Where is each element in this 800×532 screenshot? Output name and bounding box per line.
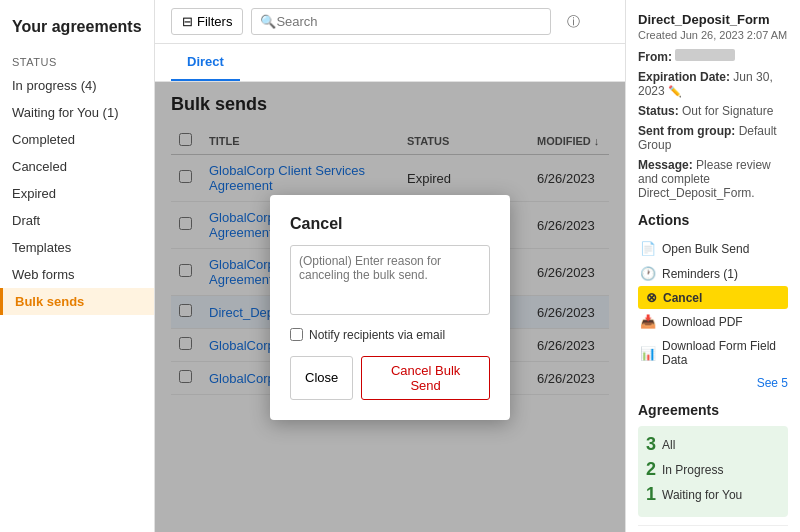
download-form-field-data-label: Download Form Field Data [662, 339, 786, 367]
action-reminders[interactable]: 🕐Reminders (1) [638, 261, 788, 286]
status-value: Out for Signature [682, 104, 773, 118]
sidebar-item-templates[interactable]: Templates [0, 234, 154, 261]
panel-expiration: Expiration Date: Jun 30, 2023 ✏️ [638, 70, 788, 98]
download-pdf-label: Download PDF [662, 315, 743, 329]
action-cancel[interactable]: ⊗Cancel [638, 286, 788, 309]
right-panel: Direct_Deposit_Form Created Jun 26, 2023… [625, 0, 800, 532]
notify-row: Notify recipients via email [290, 328, 490, 342]
see-more[interactable]: See 5 [638, 376, 788, 390]
sidebar-item-expired[interactable]: Expired [0, 180, 154, 207]
info-icon[interactable]: ⓘ [567, 13, 580, 31]
sidebar-item-bulk-sends[interactable]: Bulk sends [0, 288, 154, 315]
modal-buttons: Close Cancel Bulk Send [290, 356, 490, 400]
search-input[interactable] [276, 14, 542, 29]
notify-checkbox[interactable] [290, 328, 303, 341]
search-box: 🔍 [251, 8, 551, 35]
agreement-label: All [662, 438, 675, 452]
download-pdf-icon: 📥 [640, 314, 656, 329]
notify-label: Notify recipients via email [309, 328, 445, 342]
modal-overlay: Cancel Notify recipients via email Close… [155, 82, 625, 532]
agreement-row: 2In Progress [646, 459, 780, 480]
open-bulk-send-icon: 📄 [640, 241, 656, 256]
status-section-label: STATUS [0, 48, 154, 72]
main-content: ⊟ Filters 🔍 ⓘ Direct Bulk sends [155, 0, 625, 532]
cancel-modal: Cancel Notify recipients via email Close… [270, 195, 510, 420]
sidebar-item-in-progress[interactable]: In progress (4) [0, 72, 154, 99]
activity-row[interactable]: Activity › [638, 525, 788, 532]
reminders-label: Reminders (1) [662, 267, 738, 281]
panel-doc-title: Direct_Deposit_Form [638, 12, 788, 27]
message-label: Message: [638, 158, 693, 172]
cancel-bulk-send-button[interactable]: Cancel Bulk Send [361, 356, 490, 400]
cancel-label: Cancel [663, 291, 702, 305]
agreements-box: 3All2In Progress1Waiting for You [638, 426, 788, 517]
tab-direct[interactable]: Direct [171, 44, 240, 81]
table-section: Bulk sends TITLE STATUS MODIFIED ↓ [155, 82, 625, 532]
sidebar-nav: In progress (4)Waiting for You (1)Comple… [0, 72, 154, 315]
agreement-label: Waiting for You [662, 488, 742, 502]
from-label: From: [638, 50, 672, 64]
filter-label: Filters [197, 14, 232, 29]
sidebar-item-waiting[interactable]: Waiting for You (1) [0, 99, 154, 126]
open-bulk-send-label: Open Bulk Send [662, 242, 749, 256]
panel-actions: 📄Open Bulk Send🕐Reminders (1)⊗Cancel📥Dow… [638, 236, 788, 372]
panel-status: Status: Out for Signature [638, 104, 788, 118]
cancel-icon: ⊗ [646, 290, 657, 305]
close-button[interactable]: Close [290, 356, 353, 400]
filter-button[interactable]: ⊟ Filters [171, 8, 243, 35]
edit-icon[interactable]: ✏️ [668, 85, 682, 97]
status-label: Status: [638, 104, 679, 118]
action-download-form-field-data[interactable]: 📊Download Form Field Data [638, 334, 788, 372]
expiration-label: Expiration Date: [638, 70, 730, 84]
download-form-field-data-icon: 📊 [640, 346, 656, 361]
toolbar: ⊟ Filters 🔍 ⓘ [155, 0, 625, 44]
filter-icon: ⊟ [182, 14, 193, 29]
modal-title: Cancel [290, 215, 490, 233]
agreement-number: 2 [646, 459, 656, 480]
sidebar-item-draft[interactable]: Draft [0, 207, 154, 234]
sent-from-label: Sent from group: [638, 124, 735, 138]
sidebar: Your agreements STATUS In progress (4)Wa… [0, 0, 155, 532]
agreement-row: 3All [646, 434, 780, 455]
panel-created: Created Jun 26, 2023 2:07 AM [638, 29, 788, 41]
cancel-reason-textarea[interactable] [290, 245, 490, 315]
agreement-number: 1 [646, 484, 656, 505]
panel-sent-from: Sent from group: Default Group [638, 124, 788, 152]
agreements-title: Agreements [638, 402, 788, 418]
panel-message: Message: Please review and complete Dire… [638, 158, 788, 200]
search-icon: 🔍 [260, 14, 276, 29]
actions-title: Actions [638, 212, 788, 228]
agreement-label: In Progress [662, 463, 723, 477]
sub-header: Direct [155, 44, 625, 82]
agreement-row: 1Waiting for You [646, 484, 780, 505]
from-value [675, 49, 735, 61]
sidebar-item-canceled[interactable]: Canceled [0, 153, 154, 180]
action-download-pdf[interactable]: 📥Download PDF [638, 309, 788, 334]
agreement-number: 3 [646, 434, 656, 455]
action-open-bulk-send[interactable]: 📄Open Bulk Send [638, 236, 788, 261]
sidebar-item-web-forms[interactable]: Web forms [0, 261, 154, 288]
sidebar-title: Your agreements [0, 10, 154, 48]
sidebar-item-completed[interactable]: Completed [0, 126, 154, 153]
panel-from: From: [638, 49, 788, 64]
reminders-icon: 🕐 [640, 266, 656, 281]
